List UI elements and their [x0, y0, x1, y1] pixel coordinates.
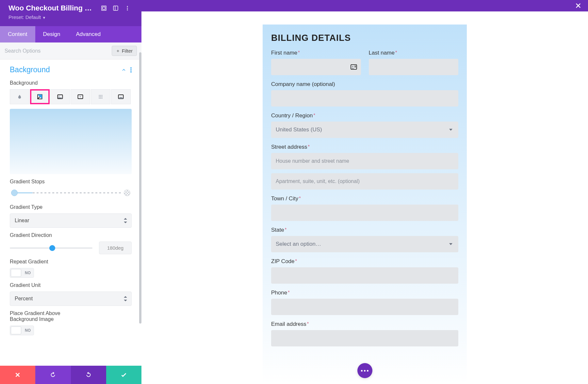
gradient-type-select[interactable]: Linear [10, 213, 132, 228]
cancel-button[interactable] [0, 366, 35, 384]
svg-point-6 [130, 69, 132, 71]
section-more-icon[interactable] [130, 67, 132, 73]
label-company: Company name (optional) [271, 81, 458, 88]
save-button[interactable] [106, 366, 141, 384]
fab-more-button[interactable] [357, 363, 372, 378]
plus-icon [116, 49, 120, 53]
label-street: Street address* [271, 144, 458, 150]
company-field[interactable] [271, 90, 458, 107]
bg-tab-mask[interactable] [111, 89, 131, 104]
panel-body: Background Background Gradient Stops Gra… [0, 59, 141, 376]
select-caret-icon [124, 218, 127, 223]
search-input[interactable] [5, 48, 112, 54]
place-toggle[interactable]: NO [10, 326, 34, 335]
bg-tab-video[interactable] [71, 89, 90, 104]
tab-design[interactable]: Design [35, 26, 68, 42]
label-repeat: Repeat Gradient [10, 259, 132, 265]
billing-heading: BILLING DETAILS [271, 33, 458, 43]
svg-point-17 [102, 96, 103, 97]
phone-field[interactable] [271, 299, 458, 315]
label-type: Gradient Type [10, 204, 132, 210]
svg-point-13 [100, 95, 101, 96]
background-type-tabs [10, 89, 132, 104]
label-stops: Gradient Stops [10, 179, 132, 185]
filter-button[interactable]: Filter [112, 46, 137, 56]
svg-point-7 [130, 71, 132, 73]
svg-point-2 [127, 6, 128, 7]
close-icon[interactable]: ✕ [575, 1, 581, 10]
section-title[interactable]: Background [10, 65, 50, 74]
responsive-icon[interactable] [113, 5, 119, 11]
first-name-field[interactable] [271, 59, 361, 75]
more-icon[interactable] [124, 5, 130, 11]
last-name-field[interactable] [369, 59, 459, 75]
help-icon[interactable] [101, 5, 107, 11]
svg-rect-0 [113, 6, 118, 10]
direction-slider[interactable] [10, 244, 92, 252]
gradient-stops-track[interactable] [10, 188, 132, 198]
bg-tab-gradient[interactable] [30, 89, 50, 104]
preset-dropdown[interactable]: Preset: Default ▼ [8, 14, 135, 20]
bg-tab-image[interactable] [50, 89, 70, 104]
label-zip: ZIP Code* [271, 258, 458, 265]
label-last-name: Last name* [369, 50, 459, 56]
gradient-preview[interactable] [10, 109, 132, 174]
gradient-stop-1[interactable] [11, 190, 18, 196]
chevron-down-icon [449, 243, 452, 245]
settings-tabs: Content Design Advanced [0, 26, 141, 42]
tab-advanced[interactable]: Advanced [68, 26, 108, 42]
state-select[interactable]: Select an option… [271, 236, 458, 252]
settings-sidebar: Woo Checkout Billing Setti... Preset: De… [0, 0, 141, 376]
label-place: Place Gradient Above Background Image [10, 310, 75, 322]
email-field[interactable] [271, 330, 458, 346]
svg-point-19 [100, 98, 101, 99]
label-direction: Gradient Direction [10, 232, 132, 238]
country-select[interactable]: United States (US) [271, 122, 458, 138]
label-city: Town / City* [271, 195, 458, 202]
chevron-down-icon [449, 129, 452, 131]
select-caret-icon [124, 296, 127, 301]
undo-button[interactable] [35, 366, 71, 384]
billing-form: BILLING DETAILS First name* Last name* C… [263, 25, 467, 384]
scrollbar[interactable] [139, 52, 141, 324]
bg-tab-pattern[interactable] [91, 89, 110, 104]
redo-button[interactable] [71, 366, 106, 384]
street-field-2[interactable] [271, 173, 458, 190]
label-email: Email address* [271, 321, 458, 327]
svg-point-12 [99, 95, 100, 96]
city-field[interactable] [271, 205, 458, 221]
label-state: State* [271, 227, 458, 233]
label-background: Background [10, 80, 132, 86]
svg-point-10 [58, 96, 59, 97]
contact-card-icon [351, 64, 357, 70]
bg-tab-color[interactable] [10, 89, 29, 104]
direction-slider-thumb[interactable] [49, 245, 55, 251]
svg-point-16 [100, 96, 101, 97]
svg-point-5 [130, 67, 132, 69]
label-unit: Gradient Unit [10, 282, 132, 288]
street-field-1[interactable] [271, 153, 458, 169]
svg-point-4 [127, 9, 128, 10]
direction-value[interactable]: 180deg [99, 242, 132, 254]
preview-area: BILLING DETAILS First name* Last name* C… [141, 11, 588, 384]
dots-icon [361, 370, 368, 372]
label-phone: Phone* [271, 290, 458, 296]
svg-point-15 [99, 96, 100, 97]
gradient-unit-select[interactable]: Percent [10, 292, 132, 306]
svg-point-18 [99, 98, 100, 99]
search-row: Filter [0, 42, 141, 59]
svg-point-3 [127, 8, 128, 9]
svg-point-14 [102, 95, 103, 96]
label-country: Country / Region* [271, 112, 458, 119]
label-first-name: First name* [271, 50, 361, 56]
tab-content[interactable]: Content [0, 26, 35, 42]
svg-point-20 [102, 98, 103, 99]
module-title: Woo Checkout Billing Setti... [8, 4, 95, 12]
module-header: Woo Checkout Billing Setti... Preset: De… [0, 0, 141, 26]
chevron-up-icon[interactable] [121, 67, 126, 73]
action-bar [0, 366, 141, 384]
svg-point-23 [352, 66, 353, 67]
repeat-toggle[interactable]: NO [10, 268, 34, 278]
zip-field[interactable] [271, 267, 458, 284]
gradient-stop-add[interactable] [124, 190, 130, 196]
